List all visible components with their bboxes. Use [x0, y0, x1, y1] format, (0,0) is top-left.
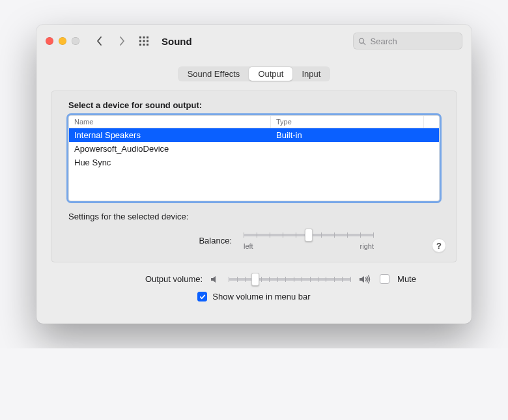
zoom-window-button[interactable]: [72, 37, 79, 45]
column-header-type[interactable]: Type: [271, 116, 423, 128]
close-window-button[interactable]: [46, 37, 53, 45]
search-field[interactable]: [353, 33, 462, 49]
output-volume-slider[interactable]: [229, 275, 351, 284]
volume-slider-thumb[interactable]: [251, 273, 259, 286]
show-volume-menubar-checkbox[interactable]: [197, 292, 207, 301]
device-type: Built-in: [271, 128, 439, 142]
balance-slider[interactable]: [244, 231, 374, 240]
balance-slider-thumb[interactable]: [305, 229, 313, 242]
volume-low-icon: [210, 275, 221, 284]
window-title: Sound: [158, 36, 192, 47]
global-controls: Output volume: Mute: [51, 262, 457, 308]
svg-rect-8: [147, 44, 148, 46]
show-volume-menubar-label: Show volume in menu bar: [212, 292, 310, 301]
svg-rect-5: [147, 40, 148, 42]
toolbar: Sound: [36, 25, 472, 57]
search-icon: [358, 37, 366, 46]
balance-left-label: left: [244, 242, 253, 250]
device-row[interactable]: Internal SpeakersBuilt-in: [69, 128, 439, 142]
output-device-list[interactable]: Name Type Internal SpeakersBuilt-inApowe…: [68, 115, 440, 201]
device-name: Apowersoft_AudioDevice: [69, 142, 271, 156]
svg-rect-7: [143, 44, 145, 46]
mute-label: Mute: [397, 274, 416, 284]
select-device-label: Select a device for sound output:: [68, 100, 440, 110]
settings-for-device-label: Settings for the selected device:: [68, 212, 440, 221]
output-panel: Select a device for sound output: Name T…: [51, 91, 457, 262]
content-area: Sound Effects Output Input Select a devi…: [36, 57, 472, 324]
mute-checkbox[interactable]: [380, 274, 389, 284]
grid-icon: [139, 36, 149, 46]
svg-rect-0: [139, 36, 141, 38]
forward-button[interactable]: [113, 33, 130, 49]
svg-rect-4: [143, 40, 145, 42]
volume-high-icon: [359, 275, 372, 284]
balance-label: Balance:: [134, 236, 232, 245]
svg-rect-6: [139, 44, 141, 46]
device-type: [271, 156, 439, 169]
balance-row: Balance: left right: [68, 231, 440, 250]
show-all-button[interactable]: [135, 33, 152, 49]
back-button[interactable]: [91, 33, 108, 49]
chevron-left-icon: [96, 36, 104, 46]
sound-preferences-window: Sound Sound Effects Output Input Select …: [36, 25, 472, 324]
svg-line-10: [363, 42, 365, 44]
device-name: Internal Speakers: [69, 128, 271, 142]
device-name: Hue Sync: [69, 156, 271, 169]
help-button[interactable]: ?: [432, 238, 446, 253]
device-type: [271, 142, 439, 156]
tab-sound-effects[interactable]: Sound Effects: [178, 67, 249, 81]
minimize-window-button[interactable]: [59, 37, 66, 45]
output-volume-label: Output volume:: [92, 274, 203, 284]
svg-rect-3: [139, 40, 141, 42]
window-controls: [46, 37, 79, 45]
column-resize-handle[interactable]: [423, 116, 439, 128]
tab-input[interactable]: Input: [292, 67, 330, 81]
device-row[interactable]: Apowersoft_AudioDevice: [69, 142, 439, 156]
tab-output[interactable]: Output: [249, 67, 292, 81]
column-header-name[interactable]: Name: [69, 116, 271, 128]
chevron-right-icon: [118, 36, 126, 46]
tab-bar: Sound Effects Output Input: [51, 66, 457, 81]
svg-rect-2: [147, 36, 148, 38]
svg-rect-1: [143, 36, 145, 38]
device-row[interactable]: Hue Sync: [69, 156, 439, 169]
search-input[interactable]: [369, 36, 457, 47]
device-list-header: Name Type: [69, 116, 439, 128]
balance-right-label: right: [360, 242, 374, 250]
